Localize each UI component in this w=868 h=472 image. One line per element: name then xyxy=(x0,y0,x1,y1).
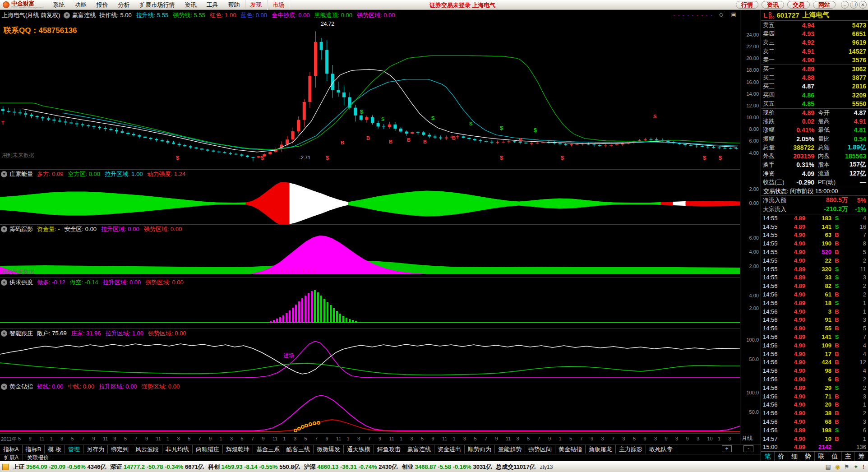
restore-button[interactable]: ❐ xyxy=(850,1,858,9)
collapse-icon[interactable]: ▾ xyxy=(1,226,7,232)
bottom-tab-微微爆发[interactable]: 微微爆发 xyxy=(314,445,344,453)
menu-item-帮助[interactable]: 帮助 xyxy=(223,0,245,10)
bottom-tab-资金进出[interactable]: 资金进出 xyxy=(434,445,465,453)
bottom-tab-管理[interactable]: 管理 xyxy=(65,445,83,453)
bottom-tab-主力踪影[interactable]: 主力踪影 xyxy=(616,445,646,453)
collapse-icon[interactable]: ▾ xyxy=(1,171,7,177)
chevron-down-icon[interactable]: ▾ xyxy=(64,12,70,19)
price-level-row: 卖二4.9114527 xyxy=(761,47,868,56)
timeline-label: 1 xyxy=(166,436,169,441)
detail-row: 现价4.89今开4.87 xyxy=(761,108,868,117)
tick-time: 14:55 xyxy=(763,266,781,273)
tick-tab-筹[interactable]: 筹 xyxy=(854,452,868,461)
bottom-tab-基金三系[interactable]: 基金三系 xyxy=(253,445,283,453)
bottom-tab-扩展A[interactable]: 扩展A xyxy=(0,454,23,461)
remove-tab-button[interactable]: - xyxy=(743,445,753,452)
tick-tab-主[interactable]: 主 xyxy=(841,452,855,461)
bottom-tab-黄金钻指[interactable]: 黄金钻指 xyxy=(555,445,586,453)
signal-icon[interactable]: ✦ xyxy=(854,463,859,470)
timeline-label: 11 xyxy=(389,436,394,441)
nav-button-交易[interactable]: 交易 xyxy=(787,1,810,9)
menu-item-发现[interactable]: 发现 xyxy=(245,0,268,10)
menu-item-市场[interactable]: 市场 xyxy=(268,0,290,10)
panel-param: 强势区域: 0.00 xyxy=(142,383,180,391)
main-candlestick-chart[interactable]: T$S$S$$BBBBBBBS$$$$$$$ xyxy=(0,20,740,169)
flag-icon[interactable]: ⚑ xyxy=(844,463,850,470)
market-icon[interactable] xyxy=(2,464,9,470)
menu-item-报价[interactable]: 报价 xyxy=(92,0,113,10)
timeline-label: 5 xyxy=(527,436,530,441)
tick-tab-细[interactable]: 细 xyxy=(788,452,801,461)
tick-row: 14:564.9055B5 xyxy=(761,324,868,333)
tick-direction: S xyxy=(831,274,842,281)
bottom-tab-新版屠龙[interactable]: 新版屠龙 xyxy=(586,445,616,453)
bottom-tab-绑定到[interactable]: 绑定到 xyxy=(108,445,132,453)
status-bar: 上证 3564.09 -20.09 -0.56% 4346亿深证 14777.2… xyxy=(0,461,868,472)
axis-label: 4.00 xyxy=(749,293,759,298)
tick-count: 4 xyxy=(842,367,866,374)
bottom-tab-另存为[interactable]: 另存为 xyxy=(83,445,108,453)
bottom-tab-两颗猎庄[interactable]: 两颗猎庄 xyxy=(193,445,223,453)
tick-tab-笔[interactable]: 笔 xyxy=(761,452,774,461)
tick-tab-值[interactable]: 值 xyxy=(828,452,841,461)
tick-time: 14:56 xyxy=(763,427,781,434)
bottom-tab-顺势而为[interactable]: 顺势而为 xyxy=(465,445,495,453)
collapse-icon[interactable]: ▾ xyxy=(1,330,7,337)
bottom-tab-指标B[interactable]: 指标B xyxy=(23,445,45,453)
timeline-label: 1 xyxy=(347,436,350,441)
tick-list: 14:554.89183S414:554.89141S1614:554.9063… xyxy=(761,214,868,451)
bottom-tab-赢富连线[interactable]: 赢富连线 xyxy=(404,445,434,453)
minimize-button[interactable]: – xyxy=(841,1,849,9)
close-button[interactable]: ✕ xyxy=(859,1,867,9)
tick-price: 4.90 xyxy=(781,249,805,255)
menu-item-扩展市场行情[interactable]: 扩展市场行情 xyxy=(135,0,180,10)
tick-price: 4.90 xyxy=(781,342,805,349)
smart-follow-chart[interactable] xyxy=(0,338,740,382)
tick-time: 14:55 xyxy=(763,274,781,281)
bottom-tab-酷客三线[interactable]: 酷客三线 xyxy=(283,445,314,453)
tick-tab-势[interactable]: 势 xyxy=(801,452,814,461)
bottom-tab-敢死队专[interactable]: 敢死队专 xyxy=(646,445,676,453)
report-icon[interactable]: ▤ xyxy=(825,463,831,470)
progress-dots: ········· xyxy=(673,12,715,19)
level-label: 卖五 xyxy=(763,21,785,29)
timeline-label: 11 xyxy=(506,436,511,441)
bottom-tab-关联报价[interactable]: 关联报价 xyxy=(23,454,53,461)
panel-header-energy: ▾庄家能量多方: 0.09空方区: 0.00拉升区域: 1.00动力强度: 1.… xyxy=(0,169,740,178)
nav-button-行情[interactable]: 行情 xyxy=(736,1,758,9)
menu-item-工具[interactable]: 工具 xyxy=(202,0,223,10)
coin-icon[interactable]: ◉ xyxy=(835,463,840,470)
timeline-label: 5 xyxy=(474,436,477,441)
bottom-tab-指标A[interactable]: 指标A xyxy=(0,445,23,453)
menu-item-资讯[interactable]: 资讯 xyxy=(180,0,202,10)
collapse-icon[interactable]: ▾ xyxy=(1,384,7,390)
timeline-label: 1 xyxy=(559,436,562,441)
bottom-tab-非凡均线[interactable]: 非凡均线 xyxy=(162,445,193,453)
menu-item-功能[interactable]: 功能 xyxy=(70,0,92,10)
menu-item-分析[interactable]: 分析 xyxy=(113,0,135,10)
bottom-tab-辉煌乾坤[interactable]: 辉煌乾坤 xyxy=(223,445,253,453)
nav-button-资讯[interactable]: 资讯 xyxy=(762,1,784,9)
timeline-label: 5 xyxy=(569,436,572,441)
alert-icon[interactable]: ! xyxy=(863,463,864,470)
chip-trace-chart[interactable]: ↑↑↑↑↑↑↑↑↑ xyxy=(0,233,740,278)
bottom-tab-模 板[interactable]: 模 板 xyxy=(45,445,65,453)
tick-price: 4.89 xyxy=(781,384,805,391)
nav-button-网站[interactable]: 网站 xyxy=(813,1,836,9)
menu-item-系统[interactable]: 系统 xyxy=(48,0,70,10)
tick-tab-价[interactable]: 价 xyxy=(774,452,788,461)
chart-corner-icons[interactable]: ◇ ▣ xyxy=(719,11,739,18)
gold-diamond-chart[interactable] xyxy=(0,391,740,433)
supply-demand-chart[interactable] xyxy=(0,287,740,329)
bottom-tab-量能趋势[interactable]: 量能趋势 xyxy=(495,445,525,453)
bottom-tab-风云波段[interactable]: 风云波段 xyxy=(132,445,162,453)
collapse-icon[interactable]: ▾ xyxy=(1,279,7,286)
add-tab-button[interactable]: + xyxy=(722,445,732,452)
bottom-tab-通天纵横[interactable]: 通天纵横 xyxy=(344,445,374,453)
bottom-tab-强势区间[interactable]: 强势区间 xyxy=(525,445,555,453)
tick-tab-联[interactable]: 联 xyxy=(814,452,828,461)
bottom-tab-鳄鱼攻击[interactable]: 鳄鱼攻击 xyxy=(374,445,404,453)
banker-energy-chart[interactable] xyxy=(0,178,740,224)
tick-volume: 198 xyxy=(805,427,831,434)
timeline-label: 9 xyxy=(548,436,551,441)
